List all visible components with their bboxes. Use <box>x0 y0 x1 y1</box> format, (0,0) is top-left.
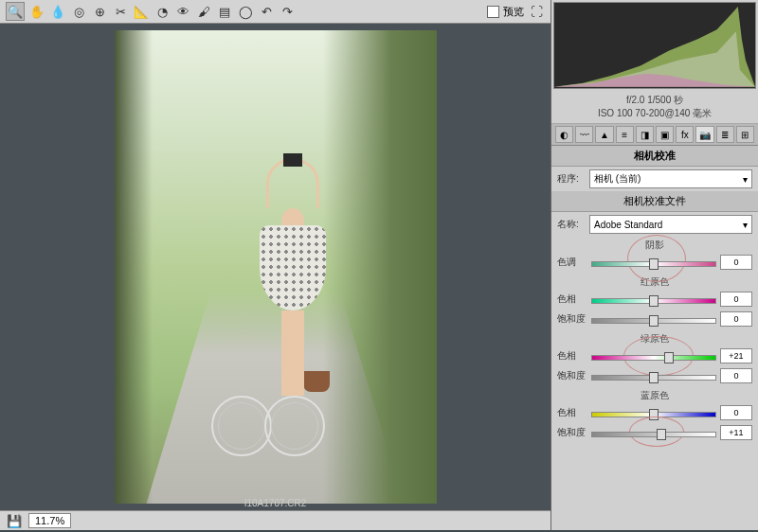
red-sat-value[interactable]: 0 <box>720 311 752 327</box>
tab-presets-icon[interactable]: ≣ <box>716 126 734 143</box>
histogram[interactable] <box>553 2 756 89</box>
profile-label: 程序: <box>557 172 586 186</box>
blue-sat-label: 饱和度 <box>557 426 587 439</box>
rotate-right-icon[interactable]: ↷ <box>279 3 296 20</box>
panel-title: 相机校准 <box>551 146 758 167</box>
tab-hsl-icon[interactable]: ≡ <box>616 126 634 143</box>
profile-select[interactable]: 相机 (当前)▾ <box>589 169 752 188</box>
zoom-level[interactable]: 11.7% <box>28 513 71 528</box>
red-title: 红原色 <box>551 274 758 291</box>
green-hue-value[interactable]: +21 <box>720 348 752 364</box>
rotate-left-icon[interactable]: ↶ <box>258 3 275 20</box>
zoom-tool-icon[interactable]: 🔍 <box>6 2 25 21</box>
photo-preview <box>115 30 437 504</box>
shadow-tint-value[interactable]: 0 <box>720 255 752 270</box>
blue-hue-label: 色相 <box>557 406 587 419</box>
crop-tool-icon[interactable]: ✂ <box>112 3 129 20</box>
exif-info: f/2.0 1/500 秒 ISO 100 70-200@140 毫米 <box>551 91 758 124</box>
red-hue-value[interactable]: 0 <box>720 292 752 307</box>
tab-camera-icon[interactable]: 📷 <box>695 126 713 143</box>
redeye-tool-icon[interactable]: 👁 <box>174 3 191 20</box>
green-sat-value[interactable]: 0 <box>720 368 752 383</box>
hand-tool-icon[interactable]: ✋ <box>28 3 45 20</box>
target-adjust-icon[interactable]: ⊕ <box>91 3 108 20</box>
tab-lens-icon[interactable]: ▣ <box>656 126 674 143</box>
green-sat-label: 饱和度 <box>557 369 587 382</box>
adjustment-brush-icon[interactable]: 🖌 <box>195 3 212 20</box>
red-sat-slider[interactable] <box>591 314 716 324</box>
shadow-tint-slider[interactable] <box>591 257 716 267</box>
blue-hue-slider[interactable] <box>591 408 716 417</box>
green-sat-slider[interactable] <box>591 371 716 381</box>
radial-filter-icon[interactable]: ◯ <box>237 3 254 20</box>
tab-snapshot-icon[interactable]: ⊞ <box>736 126 754 143</box>
color-sampler-icon[interactable]: ◎ <box>70 3 87 20</box>
red-sat-label: 饱和度 <box>557 312 587 326</box>
preview-label: 预览 <box>503 5 524 19</box>
right-panel: f/2.0 1/500 秒 ISO 100 70-200@140 毫米 ◐ 〰 … <box>550 0 758 530</box>
red-hue-label: 色相 <box>557 293 587 306</box>
straighten-tool-icon[interactable]: 📐 <box>133 3 150 20</box>
preview-checkbox[interactable] <box>487 6 499 18</box>
graduated-filter-icon[interactable]: ▤ <box>216 3 233 20</box>
tab-split-icon[interactable]: ◨ <box>636 126 654 143</box>
wb-tool-icon[interactable]: 💧 <box>49 3 66 20</box>
green-hue-slider[interactable] <box>591 351 716 361</box>
tab-fx-icon[interactable]: fx <box>676 126 694 143</box>
top-toolbar: 🔍 ✋ 💧 ◎ ⊕ ✂ 📐 ◔ 👁 🖌 ▤ ◯ ↶ ↷ 预览 ⛶ <box>0 0 550 24</box>
blue-title: 蓝原色 <box>551 387 758 404</box>
green-hue-label: 色相 <box>557 349 587 363</box>
preset-label: 名称: <box>557 218 586 231</box>
filename-label: I10A1707.CR2 <box>244 498 307 508</box>
blue-hue-value[interactable]: 0 <box>720 405 752 420</box>
tab-curve-icon[interactable]: 〰 <box>575 126 593 143</box>
shadows-title: 阴影 <box>551 237 758 254</box>
save-icon[interactable]: 💾 <box>6 512 23 529</box>
tab-basic-icon[interactable]: ◐ <box>555 126 573 143</box>
green-title: 绿原色 <box>551 330 758 347</box>
wb-section-title: 相机校准文件 <box>551 191 758 212</box>
fullscreen-icon[interactable]: ⛶ <box>528 3 545 20</box>
tab-detail-icon[interactable]: ▲ <box>595 126 613 143</box>
preset-select[interactable]: Adobe Standard▾ <box>589 215 752 234</box>
red-hue-slider[interactable] <box>591 294 716 304</box>
spot-removal-icon[interactable]: ◔ <box>153 3 171 20</box>
blue-sat-value[interactable]: +11 <box>720 425 752 440</box>
blue-sat-slider[interactable] <box>591 428 716 437</box>
bottom-bar: 💾 11.7% <box>0 510 550 530</box>
image-canvas[interactable]: I10A1707.CR2 <box>0 24 550 510</box>
shadow-tint-label: 色调 <box>557 256 587 269</box>
panel-tabs: ◐ 〰 ▲ ≡ ◨ ▣ fx 📷 ≣ ⊞ <box>551 124 758 146</box>
